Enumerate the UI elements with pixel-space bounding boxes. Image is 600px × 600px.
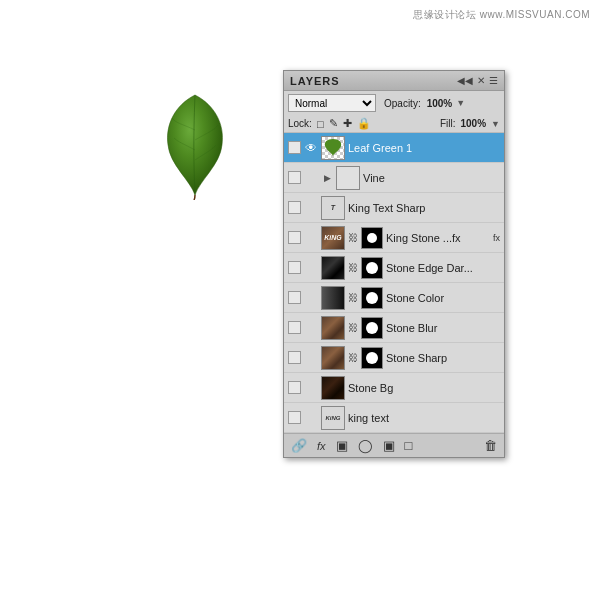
delete-layer-btn[interactable]: 🗑 <box>481 438 500 453</box>
layer-name: Stone Bg <box>348 382 500 394</box>
fill-arrow[interactable]: ▼ <box>491 119 500 129</box>
layer-visibility-check[interactable] <box>288 171 301 184</box>
lock-move-icon[interactable]: ✚ <box>343 117 352 130</box>
lock-checkbox-icon[interactable]: □ <box>317 118 324 130</box>
eye-icon[interactable]: 👁 <box>304 141 318 155</box>
layer-row[interactable]: 👁 ⛓ Stone Sharp <box>284 343 504 373</box>
watermark: 思缘设计论坛 www.MISSVUAN.COM <box>413 8 590 22</box>
layer-visibility-check[interactable] <box>288 291 301 304</box>
layer-thumb: T <box>321 196 345 220</box>
panel-title: LAYERS <box>290 75 340 87</box>
mask-thumb <box>361 257 383 279</box>
layer-name: King Text Sharp <box>348 202 500 214</box>
layer-visibility-check[interactable] <box>288 411 301 424</box>
layers-panel: LAYERS ◀◀ ✕ ☰ Normal Multiply Screen Opa… <box>283 70 505 458</box>
layer-visibility-check[interactable] <box>288 141 301 154</box>
layers-list[interactable]: 👁 Leaf Green 1 👁 ▶ Vine 👁 T King Text Sh… <box>284 133 504 433</box>
panel-toolbar: 🔗 fx ▣ ◯ ▣ □ 🗑 <box>284 433 504 457</box>
lock-label: Lock: <box>288 118 312 129</box>
link-icon: ⛓ <box>348 351 358 365</box>
blend-mode-select[interactable]: Normal Multiply Screen <box>288 94 376 112</box>
add-adjustment-btn[interactable]: ◯ <box>355 438 376 453</box>
link-icon: ⛓ <box>348 261 358 275</box>
expand-arrow-icon[interactable]: ▶ <box>321 172 333 184</box>
layer-name: Vine <box>363 172 500 184</box>
add-group-btn[interactable]: ▣ <box>380 438 398 453</box>
panel-titlebar: LAYERS ◀◀ ✕ ☰ <box>284 71 504 91</box>
layer-visibility-check[interactable] <box>288 261 301 274</box>
fill-label: Fill: <box>440 118 456 129</box>
layer-name: King Stone ...fx <box>386 232 489 244</box>
layer-name: Stone Edge Dar... <box>386 262 500 274</box>
canvas-leaf <box>160 90 230 200</box>
mask-thumb <box>361 227 383 249</box>
link-icon: ⛓ <box>348 321 358 335</box>
layer-row[interactable]: 👁 ⛓ Stone Edge Dar... <box>284 253 504 283</box>
panel-collapse-btn[interactable]: ◀◀ <box>457 76 473 86</box>
add-fx-btn[interactable]: fx <box>314 440 329 452</box>
layer-thumb <box>321 256 345 280</box>
lock-all-icon[interactable]: 🔒 <box>357 117 371 130</box>
layer-name: Stone Blur <box>386 322 500 334</box>
layer-name: Stone Sharp <box>386 352 500 364</box>
panel-close-btn[interactable]: ✕ <box>477 76 485 86</box>
link-icon: ⛓ <box>348 231 358 245</box>
layer-visibility-check[interactable] <box>288 321 301 334</box>
link-icon: ⛓ <box>348 291 358 305</box>
opacity-arrow[interactable]: ▼ <box>456 98 465 108</box>
layer-visibility-check[interactable] <box>288 201 301 214</box>
layer-thumb <box>336 166 360 190</box>
layer-thumb <box>321 346 345 370</box>
layer-row[interactable]: 👁 T King Text Sharp <box>284 193 504 223</box>
panel-controls: ◀◀ ✕ ☰ <box>457 76 498 86</box>
layer-visibility-check[interactable] <box>288 351 301 364</box>
link-layers-btn[interactable]: 🔗 <box>288 438 310 453</box>
layer-row[interactable]: 👁 ⛓ Stone Color <box>284 283 504 313</box>
layer-thumb <box>321 316 345 340</box>
panel-menu-btn[interactable]: ☰ <box>489 76 498 86</box>
mask-thumb <box>361 317 383 339</box>
add-mask-btn[interactable]: ▣ <box>333 438 351 453</box>
layer-thumb <box>321 136 345 160</box>
new-layer-btn[interactable]: □ <box>402 438 416 453</box>
blend-row: Normal Multiply Screen Opacity: 100% ▼ <box>284 91 504 115</box>
layer-row[interactable]: 👁 KiNG ⛓ King Stone ...fx fx <box>284 223 504 253</box>
layer-name: Leaf Green 1 <box>348 142 500 154</box>
lock-row: Lock: □ ✎ ✚ 🔒 Fill: 100% ▼ <box>284 115 504 133</box>
fx-badge: fx <box>493 233 500 243</box>
layer-thumb <box>321 286 345 310</box>
layer-thumb: KiNG <box>321 406 345 430</box>
opacity-label: Opacity: <box>384 98 421 109</box>
mask-thumb <box>361 347 383 369</box>
opacity-value: 100% <box>427 98 453 109</box>
lock-brush-icon[interactable]: ✎ <box>329 117 338 130</box>
layer-visibility-check[interactable] <box>288 381 301 394</box>
layer-row[interactable]: 👁 KiNG king text <box>284 403 504 433</box>
layer-row[interactable]: 👁 Stone Bg <box>284 373 504 403</box>
layer-row[interactable]: 👁 ▶ Vine <box>284 163 504 193</box>
layer-thumb <box>321 376 345 400</box>
layer-row[interactable]: 👁 Leaf Green 1 <box>284 133 504 163</box>
layer-name: Stone Color <box>386 292 500 304</box>
mask-thumb <box>361 287 383 309</box>
layer-thumb: KiNG <box>321 226 345 250</box>
layer-visibility-check[interactable] <box>288 231 301 244</box>
fill-value: 100% <box>461 118 487 129</box>
layer-row[interactable]: 👁 ⛓ Stone Blur <box>284 313 504 343</box>
layer-name: king text <box>348 412 500 424</box>
